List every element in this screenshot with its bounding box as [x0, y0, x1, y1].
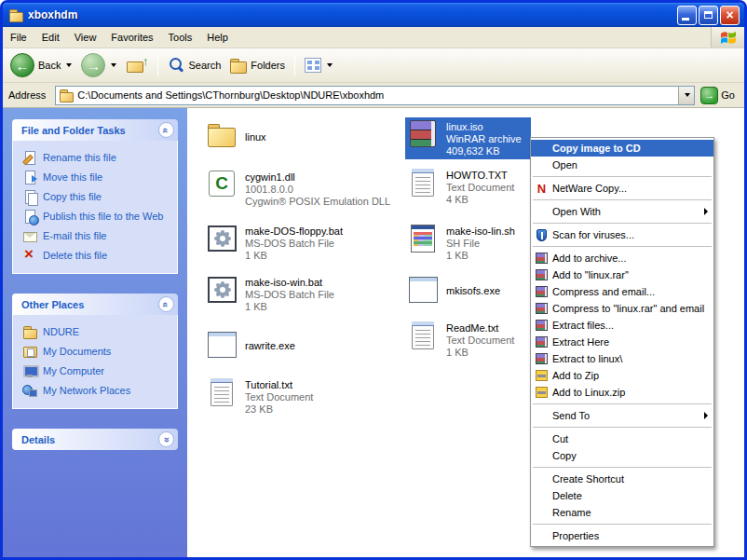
toolbar: ← Back → ↑ Search Folders [3, 48, 744, 83]
winrar-icon [536, 303, 548, 314]
menu-item-rename[interactable]: Rename [531, 504, 713, 521]
task-publish-file[interactable]: Publish this file to the Web [22, 206, 173, 225]
windows-logo-icon [711, 27, 744, 48]
forward-dropdown-icon[interactable] [111, 63, 116, 67]
file-item-cygwin1-dll[interactable]: C cygwin1.dll 1001.8.0.0 Cygwin® POSIX E… [204, 168, 395, 210]
go-button[interactable]: → Go [699, 87, 740, 104]
winzip-icon [536, 387, 548, 398]
menu-item-compress-and-email[interactable]: Compress and email... [531, 283, 713, 300]
menu-separator [533, 223, 712, 224]
place-ndure[interactable]: NDURE [22, 321, 173, 341]
folders-button[interactable]: Folders [226, 57, 289, 75]
file-meta: MS-DOS Batch File [245, 289, 334, 301]
menu-edit[interactable]: Edit [34, 27, 67, 48]
menu-item-copy[interactable]: Copy [531, 447, 713, 464]
winrar-icon [536, 320, 548, 331]
search-button[interactable]: Search [164, 55, 224, 75]
file-name: cygwin1.dll [245, 171, 390, 184]
menu-help[interactable]: Help [199, 27, 236, 48]
tasks-panel-title: File and Folder Tasks [21, 125, 126, 136]
menu-item-extract-to-linux[interactable]: Extract to linux\ [531, 350, 713, 367]
address-input[interactable] [77, 88, 678, 103]
file-item-make-dos-floppy-bat[interactable]: make-DOS-floppy.bat MS-DOS Batch File 1 … [204, 222, 395, 264]
menu-item-add-to-archive[interactable]: Add to archive... [531, 250, 713, 266]
task-rename-file[interactable]: Rename this file [22, 147, 173, 167]
task-email-file[interactable]: E-mail this file [22, 225, 173, 245]
menu-item-compress-to-linux-rar-and-email[interactable]: Compress to "linux.rar" and email [531, 300, 713, 317]
forward-icon: → [81, 53, 105, 77]
place-my-computer[interactable]: My Computer [22, 361, 173, 380]
winrar-icon [536, 253, 548, 264]
file-item-tutorial-txt[interactable]: Tutorial.txt Text Document 23 KB [204, 376, 395, 417]
views-dropdown-icon[interactable] [327, 63, 333, 67]
file-name: HOWTO.TXT [446, 169, 514, 182]
menu-file[interactable]: File [3, 27, 34, 48]
places-panel-header[interactable]: Other Places « [12, 294, 178, 315]
menu-item-properties[interactable]: Properties [531, 527, 713, 544]
file-item-linux[interactable]: linux [204, 119, 395, 153]
collapse-button[interactable]: « [158, 296, 174, 312]
batch-file-icon [207, 275, 238, 305]
forward-button[interactable]: → [77, 51, 120, 79]
menu-view[interactable]: View [67, 27, 104, 48]
file-item-linux-iso[interactable]: linux.iso WinRAR archive 409,632 KB [405, 117, 531, 159]
tasks-panel-body: Rename this file Move this file Copy thi… [12, 141, 178, 274]
details-panel: Details « [12, 429, 178, 450]
minimize-button[interactable] [677, 6, 697, 25]
back-dropdown-icon[interactable] [66, 63, 72, 67]
address-label: Address [7, 89, 51, 101]
sidebar: File and Folder Tasks « Rename this file… [3, 108, 187, 557]
back-label: Back [38, 60, 61, 71]
menu-tools[interactable]: Tools [161, 27, 200, 48]
file-name: make-iso-win.bat [245, 276, 334, 289]
context-menu: Copy image to CD Open NetWare Copy... Op… [530, 137, 714, 547]
close-button[interactable]: × [720, 6, 740, 25]
menu-item-create-shortcut[interactable]: Create Shortcut [531, 471, 713, 487]
collapse-button[interactable]: « [158, 122, 174, 138]
menu-item-netware-copy[interactable]: NetWare Copy... [531, 180, 713, 197]
menu-favorites[interactable]: Favorites [103, 27, 160, 48]
file-meta: 1 KB [245, 301, 334, 313]
task-move-file[interactable]: Move this file [22, 167, 173, 186]
menu-item-open-with[interactable]: Open With [531, 203, 713, 220]
task-label: E-mail this file [43, 230, 106, 241]
menu-item-add-to-zip[interactable]: Add to Zip [531, 367, 713, 384]
task-copy-file[interactable]: Copy this file [22, 186, 173, 206]
address-folder-icon [59, 88, 74, 102]
menu-item-extract-here[interactable]: Extract Here [531, 334, 713, 350]
place-my-network[interactable]: My Network Places [22, 380, 173, 400]
address-dropdown-button[interactable] [678, 87, 694, 104]
menu-item-delete[interactable]: Delete [531, 487, 713, 504]
menu-item-extract-files[interactable]: Extract files... [531, 317, 713, 334]
back-button[interactable]: ← Back [7, 51, 75, 79]
menu-item-send-to[interactable]: Send To [531, 407, 713, 424]
menu-separator [533, 199, 712, 200]
file-item-rawrite-exe[interactable]: rawrite.exe [204, 328, 395, 362]
menu-item-open[interactable]: Open [531, 157, 713, 173]
batch-file-icon [207, 224, 238, 253]
menu-separator [533, 467, 712, 468]
go-arrow-icon: → [700, 87, 718, 104]
file-meta: 1 KB [245, 250, 343, 262]
go-label: Go [721, 89, 735, 101]
move-icon [22, 170, 37, 184]
details-panel-header[interactable]: Details « [12, 429, 178, 450]
menu-item-add-to-linux-zip[interactable]: Add to Linux.zip [531, 384, 713, 401]
file-item-make-iso-win-bat[interactable]: make-iso-win.bat MS-DOS Batch File 1 KB [204, 273, 395, 315]
menu-item-scan-for-viruses[interactable]: Scan for viruses... [531, 226, 713, 243]
maximize-button[interactable] [699, 6, 718, 25]
file-meta: 1001.8.0.0 [245, 184, 390, 196]
place-my-documents[interactable]: My Documents [22, 341, 173, 361]
tasks-panel-header[interactable]: File and Folder Tasks « [12, 119, 178, 141]
up-button[interactable]: ↑ [122, 54, 152, 76]
views-button[interactable] [301, 56, 336, 75]
menu-item-cut[interactable]: Cut [531, 430, 713, 447]
task-delete-file[interactable]: Delete this file [22, 245, 173, 265]
winrar-archive-icon [408, 119, 440, 149]
expand-button[interactable]: « [158, 431, 174, 447]
menu-item-copy-image-to-cd[interactable]: Copy image to CD [531, 140, 713, 157]
file-name: make-DOS-floppy.bat [245, 225, 343, 238]
menu-item-add-to-linux-rar[interactable]: Add to "linux.rar" [531, 266, 713, 283]
address-combo[interactable] [55, 86, 695, 105]
task-label: Publish this file to the Web [43, 211, 163, 222]
